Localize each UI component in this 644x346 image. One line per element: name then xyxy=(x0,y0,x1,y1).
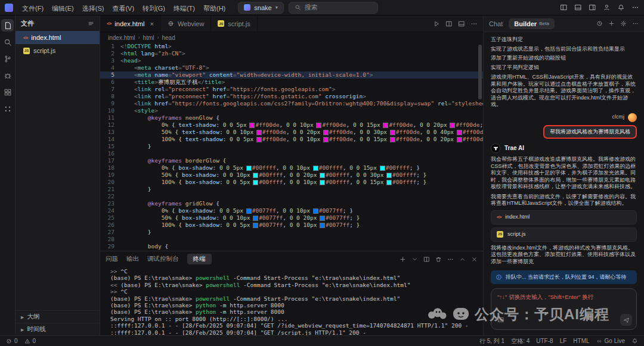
warnings-count[interactable]: 0 xyxy=(24,338,36,344)
code-line[interactable]: 15 } xyxy=(100,143,483,150)
menu-item[interactable]: 转到(G) xyxy=(138,4,169,13)
menu-item[interactable]: 查看(V) xyxy=(108,4,138,13)
chat-settings-icon[interactable] xyxy=(620,20,627,27)
breadcrumb-item[interactable]: head xyxy=(162,35,175,41)
close-tab-icon[interactable]: × xyxy=(150,20,153,27)
code-line[interactable]: 18 0% { box-shadow: 0 0 5px #00ffff, 0 0… xyxy=(100,164,483,172)
menu-item[interactable]: 文件(F) xyxy=(18,4,48,13)
code-line[interactable]: 22 xyxy=(100,193,483,200)
run-button[interactable] xyxy=(433,20,440,27)
editor-more-icon[interactable] xyxy=(470,20,478,27)
code-editor[interactable]: 1<!DOCTYPE html>2<html lang="zh-CN">3<he… xyxy=(100,43,483,251)
editor-scrollbar[interactable] xyxy=(478,45,482,99)
maximize-panel-icon[interactable] xyxy=(459,256,466,263)
code-line[interactable]: 29 body { xyxy=(100,243,483,250)
code-line[interactable]: 4 <meta charset="UTF-8"> xyxy=(100,64,483,71)
send-button[interactable] xyxy=(620,314,632,326)
chat-input[interactable]: "↑↓" 切换历史输入，"Shift+Enter" 换行 xyxy=(491,288,637,330)
file-reference-script.js[interactable]: JSscript.js xyxy=(491,227,637,242)
bell-icon[interactable] xyxy=(631,338,638,344)
editor-tab-script.js[interactable]: JSscript.js xyxy=(211,15,257,32)
chat-history-icon[interactable] xyxy=(596,20,603,27)
activity-extensions-icon[interactable] xyxy=(1,86,14,98)
code-line[interactable]: 1<!DOCTYPE html> xyxy=(100,43,483,50)
breadcrumb-item[interactable]: html xyxy=(143,35,154,41)
status-item[interactable]: Go Live xyxy=(596,338,625,344)
code-line[interactable]: 9 <link href="https://fonts.googleapis.c… xyxy=(100,100,483,107)
terminal-output[interactable]: >> ^C●(base) PS E:\trae\snake> powershel… xyxy=(100,267,483,335)
menu-item[interactable]: 终端(T) xyxy=(169,4,199,13)
menu-item[interactable]: 帮助(H) xyxy=(199,4,230,13)
code-line[interactable]: 5 <meta name="viewport" content="width=d… xyxy=(100,71,483,79)
code-line[interactable]: 7 <link rel="preconnect" href="https://f… xyxy=(100,86,483,93)
code-line[interactable]: 27 } xyxy=(100,229,483,236)
file-item-index.html[interactable]: <>index.html xyxy=(16,31,100,44)
status-problems[interactable]: 00 xyxy=(6,338,36,344)
panel-tab-终端[interactable]: 终端 xyxy=(187,254,212,264)
status-item[interactable]: HTML xyxy=(573,338,589,344)
sidebar-section[interactable]: ▸时间线 xyxy=(16,323,100,335)
close-panel-icon[interactable] xyxy=(471,256,478,263)
status-item[interactable]: UTF-8 xyxy=(536,338,553,344)
terminal-more-icon[interactable] xyxy=(447,256,454,263)
image-attach-icon[interactable] xyxy=(497,316,504,323)
code-line[interactable]: 3<head> xyxy=(100,57,483,64)
code-line[interactable]: 10 <style> xyxy=(100,107,483,114)
layout-sidebar-right-icon[interactable] xyxy=(589,4,596,11)
activity-run-debug-icon[interactable] xyxy=(1,69,14,82)
editor-tab-Webview[interactable]: Webview xyxy=(161,15,211,32)
new-chat-icon[interactable] xyxy=(608,20,615,27)
code-line[interactable]: 16 xyxy=(100,150,483,157)
activity-source-control-icon[interactable] xyxy=(1,52,14,65)
file-item-script.js[interactable]: JSscript.js xyxy=(16,44,100,57)
toggle-panel-icon[interactable] xyxy=(458,20,465,27)
menu-item[interactable]: 编辑(E) xyxy=(48,4,78,13)
panel-tab-调试控制台[interactable]: 调试控制台 xyxy=(147,255,179,263)
split-terminal-icon[interactable] xyxy=(423,256,430,263)
notifications-icon[interactable] xyxy=(617,4,625,11)
menu-item[interactable]: 选择(S) xyxy=(78,4,109,13)
code-line[interactable]: 23 @keyframes gridGlow { xyxy=(100,200,483,207)
user-avatar[interactable] xyxy=(628,113,637,122)
split-editor-icon[interactable] xyxy=(445,20,453,27)
tab-builder[interactable]: Builder Beta xyxy=(509,18,554,29)
chat-more-icon[interactable] xyxy=(632,20,639,27)
explorer-actions-icon[interactable] xyxy=(88,20,94,27)
kill-terminal-icon[interactable] xyxy=(435,256,442,263)
code-line[interactable]: 20 100% { box-shadow: 0 0 5px #00ffff, 0… xyxy=(100,179,483,186)
account-icon[interactable] xyxy=(603,4,611,11)
activity-apps-icon[interactable] xyxy=(1,102,14,115)
code-line[interactable]: 19 50% { box-shadow: 0 0 10px #00ffff, 0… xyxy=(100,172,483,179)
code-line[interactable]: 11 @keyframes neonGlow { xyxy=(100,114,483,121)
project-selector[interactable]: snake ▾ xyxy=(238,2,283,14)
code-line[interactable]: 2<html lang="zh-CN"> xyxy=(100,50,483,57)
code-line[interactable]: 17 @keyframes borderGlow { xyxy=(100,157,483,164)
file-reference-index.html[interactable]: <>index.html xyxy=(491,210,637,225)
status-item[interactable]: LF xyxy=(560,338,567,344)
sidebar-section[interactable]: ▸大纲 xyxy=(16,310,100,323)
panel-tab-问题[interactable]: 问题 xyxy=(106,255,118,263)
global-search[interactable]: 搜索 xyxy=(289,2,378,14)
tab-chat[interactable]: Chat xyxy=(489,20,503,27)
code-line[interactable]: 13 50% { text-shadow: 0 0 10px #ff00de, … xyxy=(100,129,483,136)
breadcrumb-item[interactable]: index.html xyxy=(108,35,135,41)
code-line[interactable]: 25 50% { box-shadow: 0 0 10px #0077ff, 0… xyxy=(100,214,483,222)
status-item[interactable]: 空格: 4 xyxy=(511,337,530,345)
code-line[interactable]: 28 xyxy=(100,236,483,243)
more-actions-icon[interactable] xyxy=(631,4,639,11)
status-item[interactable]: 行 5, 列 1 xyxy=(479,337,504,345)
code-line[interactable]: 14 100% { text-shadow: 0 0 5px #ff00de, … xyxy=(100,136,483,143)
panel-tab-输出[interactable]: 输出 xyxy=(126,255,139,263)
layout-panel-icon[interactable] xyxy=(574,4,582,11)
code-line[interactable]: 21 } xyxy=(100,186,483,193)
code-line[interactable]: 26 100% { box-shadow: 0 0 5px #0077ff, 0… xyxy=(100,222,483,229)
editor-tab-index.html[interactable]: <>index.html× xyxy=(100,15,161,32)
activity-search-icon[interactable] xyxy=(1,36,14,48)
new-terminal-icon[interactable] xyxy=(400,256,406,263)
activity-explorer-icon[interactable] xyxy=(1,19,14,32)
errors-count[interactable]: 0 xyxy=(6,338,18,344)
terminal-picker-icon[interactable] xyxy=(411,256,418,263)
code-line[interactable]: 24 0% { box-shadow: 0 0 5px #0077ff, 0 0… xyxy=(100,207,483,214)
layout-sidebar-left-icon[interactable] xyxy=(560,4,568,11)
code-line[interactable]: 8 <link rel="preconnect" href="https://f… xyxy=(100,93,483,100)
